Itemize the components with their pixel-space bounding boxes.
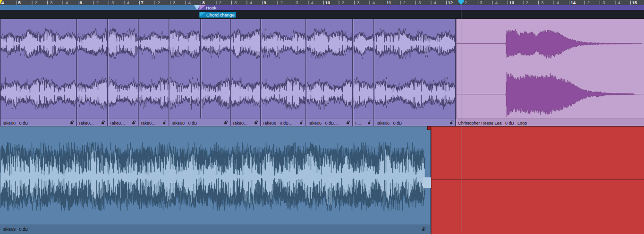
svg-text::2: :2 [218, 0, 221, 5]
svg-text:T…: T… [355, 121, 362, 125]
svg-text:15: 15 [632, 0, 637, 5]
svg-text::3: :3 [479, 0, 483, 5]
svg-text::4: :4 [187, 0, 191, 5]
svg-text::2: :2 [156, 0, 160, 5]
svg-text:Chord change: Chord change [206, 12, 235, 17]
svg-text:Take0…: Take0… [78, 121, 94, 125]
svg-text::3: :3 [540, 0, 544, 5]
svg-text:Take08 0 dB…: Take08 0 dB… [263, 121, 293, 125]
svg-text:Take08 0 dB: Take08 0 dB [171, 121, 197, 125]
svg-text::2: :2 [279, 0, 283, 5]
svg-text:14: 14 [571, 0, 576, 5]
svg-text::3: :3 [356, 0, 360, 5]
svg-text::4: :4 [248, 0, 252, 5]
svg-text::3: :3 [49, 0, 53, 5]
svg-text:5: 5 [18, 0, 21, 5]
svg-text::3: :3 [602, 0, 605, 5]
svg-text::3: :3 [417, 0, 421, 5]
svg-text::2: :2 [34, 0, 37, 5]
svg-text::2: :2 [463, 0, 467, 5]
svg-text:Take06 0 dB: Take06 0 dB [376, 121, 402, 125]
svg-text::4: :4 [617, 0, 620, 5]
svg-text:9: 9 [264, 0, 266, 5]
svg-text::3: :3 [172, 0, 176, 5]
svg-text::3: :3 [233, 0, 237, 5]
svg-text:Christopher Reese Lea 0 dB: Christopher Reese Lea 0 dB Loop [458, 121, 527, 125]
svg-text::4: :4 [64, 0, 68, 5]
svg-text::4: :4 [310, 0, 314, 5]
svg-text:Take08 0 dB: Take08 0 dB [2, 121, 28, 125]
svg-text:13: 13 [509, 0, 515, 5]
svg-text:10: 10 [325, 0, 330, 5]
svg-text:Take0…: Take0… [140, 121, 156, 125]
svg-text:12: 12 [448, 0, 453, 5]
svg-text::2: :2 [586, 0, 590, 5]
svg-text::2: :2 [95, 0, 99, 5]
svg-text:6: 6 [80, 0, 82, 5]
svg-text:Hook: Hook [206, 5, 216, 10]
svg-text:Take0…: Take0… [110, 121, 125, 125]
svg-text:8: 8 [203, 0, 205, 5]
svg-text::2: :2 [525, 0, 528, 5]
svg-text::3: :3 [295, 0, 298, 5]
svg-text:7: 7 [141, 0, 144, 5]
svg-text:Take0…: Take0… [232, 121, 248, 125]
svg-text::4: :4 [126, 0, 129, 5]
svg-text:Take06 0 dB…: Take06 0 dB… [308, 121, 338, 125]
svg-text::4: :4 [555, 0, 559, 5]
svg-text::4: :4 [432, 0, 436, 5]
svg-text::4: :4 [494, 0, 498, 5]
svg-text::2: :2 [402, 0, 406, 5]
svg-text:Take09 0 dB: Take09 0 dB [2, 227, 28, 232]
svg-text::2: :2 [340, 0, 344, 5]
svg-text::4: :4 [371, 0, 375, 5]
svg-text::3: :3 [110, 0, 114, 5]
svg-text:11: 11 [387, 0, 392, 5]
